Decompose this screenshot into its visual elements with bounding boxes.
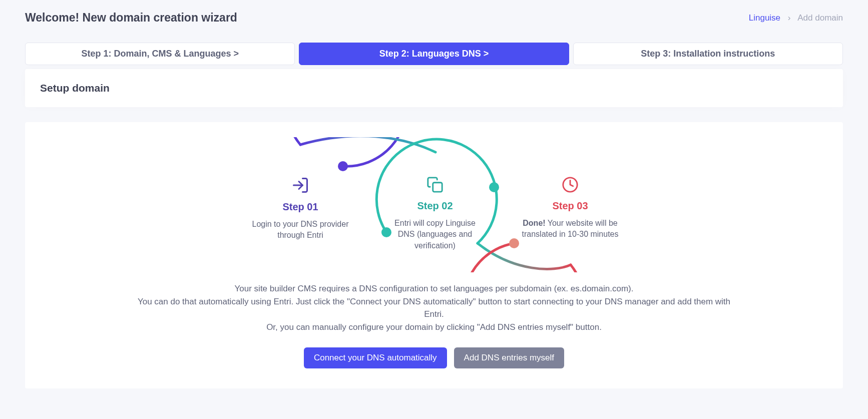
desc-line2: You can do that automatically using Entr… bbox=[134, 295, 734, 321]
setup-card: Setup domain bbox=[25, 69, 843, 107]
svg-point-0 bbox=[338, 161, 348, 171]
description-block: Your site builder CMS requires a DNS con… bbox=[134, 282, 734, 333]
diagram-step3: Step 03 Done! Your website will be trans… bbox=[520, 176, 620, 240]
desc-line3: Or, you can manually configure your doma… bbox=[134, 321, 734, 334]
tab-step2[interactable]: Step 2: Languages DNS > bbox=[299, 43, 569, 65]
chevron-right-icon: › bbox=[788, 13, 791, 23]
content-card: Step 01 Login to your DNS provider throu… bbox=[25, 122, 843, 388]
header: Welcome! New domain creation wizard Ling… bbox=[25, 11, 843, 25]
breadcrumb-home[interactable]: Linguise bbox=[749, 13, 780, 23]
desc-line1: Your site builder CMS requires a DNS con… bbox=[134, 282, 734, 295]
breadcrumb-current: Add domain bbox=[797, 13, 843, 23]
svg-point-3 bbox=[509, 238, 519, 248]
setup-card-title: Setup domain bbox=[40, 82, 828, 94]
diagram-step3-label: Step 03 bbox=[520, 200, 620, 212]
svg-rect-5 bbox=[433, 183, 442, 192]
button-row: Connect your DNS automatically Add DNS e… bbox=[40, 347, 828, 368]
wizard-tabs: Step 1: Domain, CMS & Languages > Step 2… bbox=[25, 43, 843, 65]
add-dns-manual-button[interactable]: Add DNS entries myself bbox=[454, 347, 564, 368]
breadcrumb: Linguise › Add domain bbox=[749, 13, 843, 23]
diagram-step1: Step 01 Login to your DNS provider throu… bbox=[250, 176, 350, 241]
tab-step1[interactable]: Step 1: Domain, CMS & Languages > bbox=[25, 43, 295, 65]
tab-step3[interactable]: Step 3: Installation instructions bbox=[573, 43, 843, 65]
clock-icon bbox=[562, 176, 579, 195]
login-arrow-icon bbox=[291, 176, 309, 196]
diagram-step1-desc: Login to your DNS provider through Entri bbox=[250, 219, 350, 241]
connect-dns-button[interactable]: Connect your DNS automatically bbox=[304, 347, 447, 368]
svg-point-1 bbox=[489, 182, 499, 192]
steps-diagram: Step 01 Login to your DNS provider throu… bbox=[234, 137, 634, 272]
diagram-step2: Step 02 Entri will copy Linguise DNS (la… bbox=[385, 176, 485, 251]
diagram-step2-label: Step 02 bbox=[385, 200, 485, 212]
copy-icon bbox=[426, 176, 444, 195]
diagram-step2-desc: Entri will copy Linguise DNS (languages … bbox=[385, 218, 485, 251]
page-title: Welcome! New domain creation wizard bbox=[25, 11, 237, 25]
diagram-step1-label: Step 01 bbox=[250, 201, 350, 213]
diagram-step3-desc: Done! Your website will be translated in… bbox=[520, 218, 620, 240]
